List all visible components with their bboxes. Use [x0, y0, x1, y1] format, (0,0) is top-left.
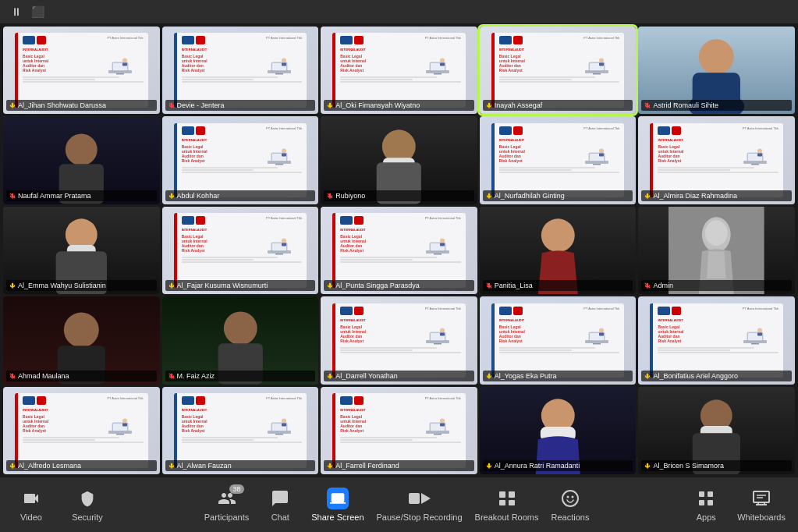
svg-rect-53: [751, 164, 759, 165]
participant-name: Naufal Ammar Pratama: [6, 190, 157, 201]
participant-name: Al_Bonifatius Ariel Anggoro: [641, 371, 792, 381]
video-cell-1: PT Astra International Tbk INTERNALAUDIT…: [3, 27, 160, 114]
mic-active-icon: [327, 373, 333, 379]
participant-name: M. Faiz Aziz: [165, 371, 316, 381]
toolbar-breakout[interactable]: Breakout Rooms: [475, 488, 539, 522]
toolbar-center: 38 Participants Chat Share Screen: [204, 488, 590, 522]
participants-badge: 38: [229, 484, 243, 494]
svg-rect-91: [599, 333, 604, 336]
mic-active-icon: [9, 463, 16, 469]
svg-rect-5: [116, 73, 124, 75]
toolbar-recording[interactable]: Pause/Stop Recording: [377, 488, 463, 522]
record-icon: [409, 488, 431, 509]
svg-point-9: [282, 59, 286, 63]
video-cell-25: Al_Bricen S Simamora: [638, 387, 795, 474]
svg-rect-131: [699, 491, 704, 497]
toolbar-participants[interactable]: 38 Participants: [204, 488, 249, 522]
svg-rect-98: [751, 343, 759, 345]
share-screen-icon: [327, 488, 349, 509]
svg-rect-4: [122, 63, 127, 66]
svg-rect-10: [282, 63, 286, 66]
participant-name: Al_Bricen S Simamora: [641, 460, 792, 471]
svg-point-96: [757, 328, 762, 333]
toolbar-security[interactable]: Security: [69, 488, 106, 522]
video-cell-24: Al_Annura Ratri Ramadanti: [480, 387, 637, 474]
svg-rect-115: [440, 423, 445, 426]
participant-name: Al_Punta Singga Parasdya: [324, 280, 474, 291]
whiteboard-icon: [750, 488, 772, 509]
svg-rect-11: [275, 73, 283, 75]
mic-active-icon: [644, 373, 651, 379]
video-cell-13: PT Astra International Tbk INTERNALAUDIT…: [321, 207, 477, 294]
toolbar-video[interactable]: Video: [12, 488, 50, 522]
svg-marker-123: [421, 493, 431, 504]
toolbar-share-screen[interactable]: Share Screen: [311, 488, 364, 522]
participant-name: Ahmad Maulana: [6, 371, 157, 381]
shield-icon: [76, 488, 98, 509]
breakout-icon: [496, 488, 518, 509]
participant-name: Al_Annura Ratri Ramadanti: [483, 460, 633, 471]
title-bar: ⏸ ⬛: [0, 0, 798, 23]
video-cell-7: PT Astra International Tbk INTERNALAUDIT…: [162, 116, 319, 204]
video-cell-6: Naufal Ammar Pratama: [3, 116, 160, 204]
chat-icon: [269, 488, 291, 509]
svg-point-102: [122, 418, 127, 423]
svg-rect-132: [708, 491, 713, 497]
toolbar-apps[interactable]: Apps: [687, 488, 725, 522]
participant-name: Al_Jihan Shohwatu Darussa: [6, 100, 157, 111]
svg-rect-133: [699, 500, 704, 505]
participant-name: Al_Emma Wahyu Sulistianin: [6, 280, 157, 291]
video-cell-12: PT Astra International Tbk INTERNALAUDIT…: [162, 207, 319, 294]
participant-name: Al_Nurfadhilah Ginting: [483, 190, 633, 201]
participant-name: Astrid Romauli Sihite: [641, 100, 792, 111]
chat-label: Chat: [271, 512, 289, 522]
svg-point-25: [699, 39, 734, 74]
mic-active-icon: [486, 193, 492, 199]
mic-active-icon: [486, 373, 492, 379]
svg-rect-37: [275, 164, 283, 165]
participant-name: Panitia_Lisa: [483, 280, 633, 291]
mic-active-icon: [486, 102, 492, 108]
svg-point-51: [757, 148, 762, 153]
mic-active-icon: [9, 282, 16, 289]
svg-point-108: [282, 418, 286, 423]
svg-rect-85: [440, 333, 445, 336]
svg-point-78: [223, 312, 257, 346]
participant-name: Admin: [641, 280, 792, 291]
video-cell-20: PT Astra International Tbk INTERNALAUDIT…: [638, 296, 795, 384]
mic-active-icon: [9, 102, 16, 108]
mic-muted-icon: [9, 373, 16, 379]
svg-point-60: [282, 238, 286, 243]
svg-point-130: [571, 496, 573, 498]
mic-active-icon: [644, 463, 651, 469]
video-cell-2: PT Astra International Tbk INTERNALAUDIT…: [162, 27, 319, 114]
mic-muted-icon: [327, 193, 333, 199]
video-cell-17: M. Faiz Aziz: [162, 296, 319, 384]
svg-point-35: [282, 148, 286, 153]
svg-point-29: [66, 134, 98, 166]
svg-rect-124: [499, 491, 505, 498]
toolbar-reactions[interactable]: Reactions: [552, 488, 590, 522]
toolbar-chat[interactable]: Chat: [261, 488, 299, 522]
svg-point-128: [562, 491, 578, 506]
mic-active-icon: [168, 463, 175, 469]
whiteboards-label: Whiteboards: [737, 512, 786, 522]
pause-button[interactable]: ⏸: [11, 5, 22, 18]
svg-rect-97: [757, 333, 762, 336]
mic-muted-icon: [168, 373, 175, 379]
svg-rect-103: [122, 423, 127, 426]
video-cell-14: Panitia_Lisa: [480, 207, 637, 294]
svg-rect-134: [708, 500, 713, 505]
people-icon: 38: [216, 488, 238, 509]
svg-rect-47: [593, 164, 601, 165]
toolbar-whiteboards[interactable]: Whiteboards: [737, 488, 786, 522]
svg-rect-23: [599, 63, 604, 66]
svg-point-129: [566, 496, 569, 498]
participant-name: Rubiyono: [324, 190, 474, 201]
mic-active-icon: [327, 282, 333, 289]
svg-rect-67: [440, 243, 445, 246]
stop-button[interactable]: ⬛: [31, 5, 44, 18]
participant-name: Devie - Jentera: [165, 100, 316, 111]
mic-muted-icon: [486, 282, 492, 289]
svg-rect-92: [593, 343, 601, 345]
